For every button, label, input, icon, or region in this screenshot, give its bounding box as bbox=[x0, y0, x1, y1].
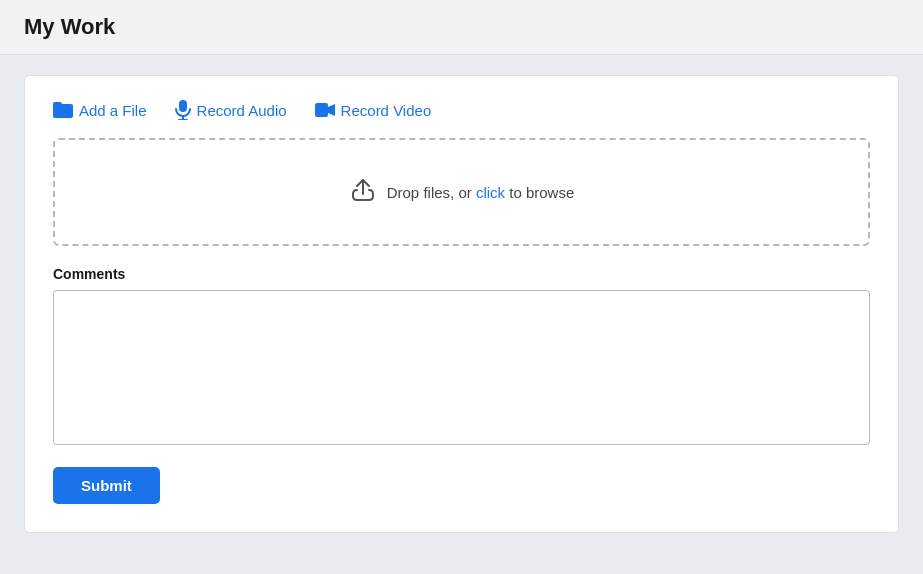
drop-zone[interactable]: Drop files, or click to browse bbox=[53, 138, 870, 246]
svg-rect-0 bbox=[179, 100, 187, 112]
submit-button[interactable]: Submit bbox=[53, 467, 160, 504]
page-title: My Work bbox=[24, 14, 115, 39]
tab-add-file-label: Add a File bbox=[79, 102, 147, 119]
page-content: Add a File Record Audio bbox=[0, 55, 923, 553]
svg-rect-3 bbox=[315, 103, 328, 117]
tab-record-video[interactable]: Record Video bbox=[315, 102, 432, 119]
tab-record-audio-label: Record Audio bbox=[197, 102, 287, 119]
folder-icon bbox=[53, 102, 73, 118]
main-card: Add a File Record Audio bbox=[24, 75, 899, 533]
tab-record-video-label: Record Video bbox=[341, 102, 432, 119]
comments-label: Comments bbox=[53, 266, 870, 282]
mic-icon bbox=[175, 100, 191, 120]
upload-tabs: Add a File Record Audio bbox=[53, 100, 870, 120]
drop-zone-link[interactable]: click bbox=[476, 184, 505, 201]
comments-textarea[interactable] bbox=[53, 290, 870, 445]
page-header: My Work bbox=[0, 0, 923, 55]
tab-add-file[interactable]: Add a File bbox=[53, 102, 147, 119]
video-icon bbox=[315, 103, 335, 117]
drop-zone-text: Drop files, or click to browse bbox=[387, 184, 575, 201]
upload-icon bbox=[349, 176, 377, 208]
tab-record-audio[interactable]: Record Audio bbox=[175, 100, 287, 120]
